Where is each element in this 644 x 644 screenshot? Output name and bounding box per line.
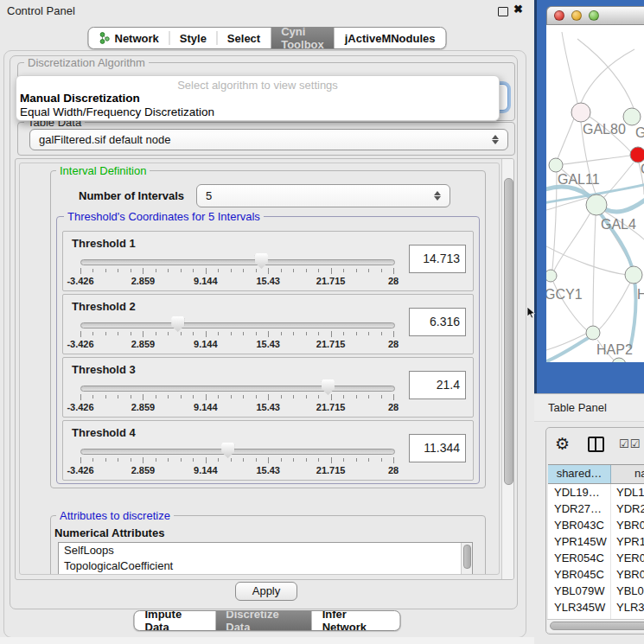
network-node[interactable] [612, 358, 626, 362]
network-node-gal80[interactable] [571, 103, 590, 122]
minor-tick [131, 458, 131, 462]
bottom-tab-impute-data[interactable]: Impute Data [135, 611, 216, 630]
major-tick [206, 457, 207, 463]
table-row[interactable]: YLR345WYLR345W [548, 599, 644, 615]
cell-shared-name: YLR345W [548, 599, 611, 615]
table-row[interactable]: YER054CYER054C [548, 550, 644, 566]
slider-handle[interactable] [322, 379, 335, 395]
minor-tick [281, 332, 282, 335]
tab-network[interactable]: Network [88, 28, 169, 48]
slider-handle[interactable] [255, 253, 268, 269]
minor-tick [181, 395, 182, 399]
network-node-gal11[interactable] [549, 158, 563, 172]
table-toolbar: ⚙ ☑☑ [546, 428, 644, 462]
scrollbar-thumb[interactable] [504, 178, 513, 485]
major-tick [80, 331, 81, 337]
minor-tick [368, 395, 369, 399]
combo-arrows-icon [432, 191, 443, 201]
network-node-h[interactable] [625, 266, 642, 284]
list-item[interactable]: BetweennessCentrality [59, 574, 472, 575]
major-tick [268, 457, 269, 463]
table-row[interactable]: YBR043CYBR043C [548, 517, 644, 533]
network-window-titlebar[interactable] [546, 6, 644, 25]
settings-vertical-scrollbar[interactable] [501, 159, 513, 579]
list-item[interactable]: TopologicalCoefficient [59, 558, 472, 574]
slider-track[interactable] [80, 386, 395, 392]
attributes-list-scrollbar[interactable] [461, 543, 472, 575]
threshold-label: Threshold 4 [72, 426, 136, 439]
threshold-slider[interactable]: -3.4262.8599.14415.4321.71528 [80, 321, 393, 352]
network-edge[interactable] [558, 118, 574, 159]
column-header-name[interactable]: na [611, 465, 644, 483]
table-row[interactable]: YDL19…YDL19… [548, 484, 644, 501]
minimize-traffic-light-icon[interactable] [571, 10, 582, 21]
cell-name: YBR043C [611, 517, 644, 533]
table-horizontal-scrollbar[interactable] [547, 619, 644, 632]
slider-track[interactable] [80, 449, 395, 455]
network-node-gcy1[interactable] [546, 270, 557, 282]
numerical-attributes-list[interactable]: SelfLoopsTopologicalCoefficientBetweenne… [58, 542, 473, 575]
network-node-label: G [635, 125, 644, 140]
network-node-gal4[interactable] [586, 194, 607, 215]
network-edge[interactable] [593, 215, 596, 326]
slider-handle[interactable] [221, 443, 234, 458]
network-view-canvas[interactable]: GAL80GCGAL11GAL4GCY1HHAP2 [546, 25, 644, 362]
apply-button[interactable]: Apply [235, 582, 297, 601]
scrollbar-thumb[interactable] [550, 622, 644, 630]
number-of-intervals-combobox[interactable]: 5 [196, 184, 450, 207]
threshold-slider[interactable]: -3.4262.8599.14415.4321.71528 [80, 258, 393, 289]
table-row[interactable]: YBL079WYBL079W [548, 583, 644, 599]
threshold-slider[interactable]: -3.4262.8599.14415.4321.71528 [80, 447, 393, 478]
network-node-hap2[interactable] [586, 326, 600, 340]
major-tick [393, 268, 394, 274]
attributes-group-title: Attributes to discretize [56, 509, 174, 522]
gear-icon[interactable]: ⚙ [555, 435, 570, 452]
column-header-shared-name[interactable]: shared… [548, 465, 611, 483]
table-data-combobox[interactable]: galFiltered.sif default node [29, 129, 508, 150]
threshold-value-input[interactable]: 14.713 [409, 245, 466, 273]
threshold-value-input[interactable]: 21.4 [409, 371, 466, 399]
dropdown-option-equal-width-frequency[interactable]: Equal Width/Frequency Discretization [20, 105, 214, 118]
zoom-traffic-light-icon[interactable] [589, 10, 599, 21]
network-edge-thick[interactable] [546, 337, 590, 362]
dropdown-option-manual-discretization[interactable]: Manual Discretization [20, 92, 140, 105]
table-row[interactable]: YDR27…YDR27… [548, 501, 644, 517]
bottom-tab-infer-network[interactable]: Infer Network [312, 611, 400, 630]
tab-select[interactable]: Select [217, 28, 271, 48]
checkbox-icons[interactable]: ☑☑ [619, 437, 641, 450]
columns-icon[interactable] [588, 437, 604, 452]
network-edge[interactable] [554, 213, 590, 271]
slider-track[interactable] [80, 322, 395, 328]
threshold-value-input[interactable]: 11.344 [409, 434, 466, 462]
network-edge[interactable] [599, 283, 630, 329]
slider-track[interactable] [80, 259, 395, 265]
tab-style[interactable]: Style [169, 28, 217, 48]
control-panel: Control Panel ✖ NetworkStyleSelectCyni T… [0, 0, 534, 644]
network-edge[interactable] [563, 156, 630, 164]
minor-tick [118, 458, 118, 462]
network-edge[interactable] [577, 39, 634, 108]
list-item[interactable]: SelfLoops [59, 543, 472, 558]
close-traffic-light-icon[interactable] [554, 10, 564, 21]
minor-tick [105, 269, 106, 272]
close-window-icon[interactable]: ✖ [513, 3, 523, 16]
network-edge[interactable] [562, 32, 577, 103]
major-tick [80, 268, 81, 274]
threshold-value-input[interactable]: 6.316 [409, 308, 466, 336]
dropdown-hint-option[interactable]: Select algorithm to view settings [16, 79, 499, 92]
network-edge[interactable] [581, 49, 634, 103]
network-edge[interactable] [546, 246, 628, 275]
table-row[interactable]: YPR145WYPR145W [548, 533, 644, 550]
scrollbar-thumb[interactable] [463, 545, 471, 569]
minor-tick [92, 332, 93, 335]
network-node-g[interactable] [623, 108, 641, 125]
tab-jactivemnodules[interactable]: jActiveMNodules [335, 28, 446, 48]
threshold-slider[interactable]: -3.4262.8599.14415.4321.71528 [80, 384, 393, 415]
tab-cyni-toolbox[interactable]: Cyni Toolbox [271, 28, 335, 48]
network-node-c[interactable] [630, 147, 644, 163]
slider-handle[interactable] [171, 316, 184, 332]
minor-tick [281, 269, 282, 272]
bottom-tab-discretize-data[interactable]: Discretize Data [215, 611, 311, 630]
float-window-icon[interactable] [498, 7, 508, 16]
table-row[interactable]: YBR045CYBR045C [548, 566, 644, 583]
